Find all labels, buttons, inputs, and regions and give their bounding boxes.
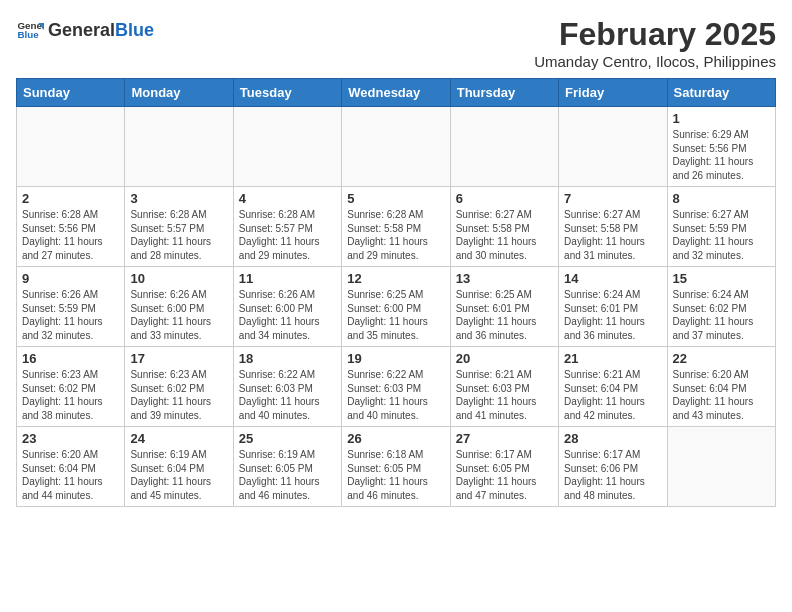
calendar-day: 1Sunrise: 6:29 AM Sunset: 5:56 PM Daylig… xyxy=(667,107,775,187)
day-info: Sunrise: 6:22 AM Sunset: 6:03 PM Dayligh… xyxy=(239,368,336,422)
day-number: 5 xyxy=(347,191,444,206)
page-header: General Blue GeneralBlue February 2025 U… xyxy=(16,16,776,70)
day-info: Sunrise: 6:17 AM Sunset: 6:06 PM Dayligh… xyxy=(564,448,661,502)
day-info: Sunrise: 6:18 AM Sunset: 6:05 PM Dayligh… xyxy=(347,448,444,502)
day-number: 8 xyxy=(673,191,770,206)
calendar-week-3: 9Sunrise: 6:26 AM Sunset: 5:59 PM Daylig… xyxy=(17,267,776,347)
day-number: 16 xyxy=(22,351,119,366)
day-info: Sunrise: 6:21 AM Sunset: 6:03 PM Dayligh… xyxy=(456,368,553,422)
calendar-day: 18Sunrise: 6:22 AM Sunset: 6:03 PM Dayli… xyxy=(233,347,341,427)
calendar-week-5: 23Sunrise: 6:20 AM Sunset: 6:04 PM Dayli… xyxy=(17,427,776,507)
day-number: 20 xyxy=(456,351,553,366)
svg-text:Blue: Blue xyxy=(17,29,39,40)
weekday-header-monday: Monday xyxy=(125,79,233,107)
day-number: 18 xyxy=(239,351,336,366)
day-number: 15 xyxy=(673,271,770,286)
calendar-day: 28Sunrise: 6:17 AM Sunset: 6:06 PM Dayli… xyxy=(559,427,667,507)
calendar-header-row: SundayMondayTuesdayWednesdayThursdayFrid… xyxy=(17,79,776,107)
calendar-day: 8Sunrise: 6:27 AM Sunset: 5:59 PM Daylig… xyxy=(667,187,775,267)
day-info: Sunrise: 6:27 AM Sunset: 5:59 PM Dayligh… xyxy=(673,208,770,262)
day-number: 1 xyxy=(673,111,770,126)
weekday-header-friday: Friday xyxy=(559,79,667,107)
day-number: 24 xyxy=(130,431,227,446)
day-number: 13 xyxy=(456,271,553,286)
day-info: Sunrise: 6:29 AM Sunset: 5:56 PM Dayligh… xyxy=(673,128,770,182)
day-number: 21 xyxy=(564,351,661,366)
day-info: Sunrise: 6:20 AM Sunset: 6:04 PM Dayligh… xyxy=(22,448,119,502)
calendar-day: 2Sunrise: 6:28 AM Sunset: 5:56 PM Daylig… xyxy=(17,187,125,267)
day-number: 22 xyxy=(673,351,770,366)
logo-icon: General Blue xyxy=(16,16,44,44)
calendar-day: 5Sunrise: 6:28 AM Sunset: 5:58 PM Daylig… xyxy=(342,187,450,267)
weekday-header-tuesday: Tuesday xyxy=(233,79,341,107)
calendar-day: 24Sunrise: 6:19 AM Sunset: 6:04 PM Dayli… xyxy=(125,427,233,507)
day-info: Sunrise: 6:28 AM Sunset: 5:56 PM Dayligh… xyxy=(22,208,119,262)
calendar-day: 20Sunrise: 6:21 AM Sunset: 6:03 PM Dayli… xyxy=(450,347,558,427)
day-number: 25 xyxy=(239,431,336,446)
day-number: 12 xyxy=(347,271,444,286)
calendar-week-1: 1Sunrise: 6:29 AM Sunset: 5:56 PM Daylig… xyxy=(17,107,776,187)
day-info: Sunrise: 6:28 AM Sunset: 5:57 PM Dayligh… xyxy=(130,208,227,262)
calendar-day xyxy=(559,107,667,187)
day-info: Sunrise: 6:25 AM Sunset: 6:00 PM Dayligh… xyxy=(347,288,444,342)
calendar-day: 10Sunrise: 6:26 AM Sunset: 6:00 PM Dayli… xyxy=(125,267,233,347)
day-number: 26 xyxy=(347,431,444,446)
weekday-header-saturday: Saturday xyxy=(667,79,775,107)
day-info: Sunrise: 6:28 AM Sunset: 5:58 PM Dayligh… xyxy=(347,208,444,262)
day-number: 9 xyxy=(22,271,119,286)
calendar-day xyxy=(342,107,450,187)
calendar-day: 27Sunrise: 6:17 AM Sunset: 6:05 PM Dayli… xyxy=(450,427,558,507)
day-number: 4 xyxy=(239,191,336,206)
calendar-table: SundayMondayTuesdayWednesdayThursdayFrid… xyxy=(16,78,776,507)
calendar-day: 3Sunrise: 6:28 AM Sunset: 5:57 PM Daylig… xyxy=(125,187,233,267)
day-number: 17 xyxy=(130,351,227,366)
day-info: Sunrise: 6:28 AM Sunset: 5:57 PM Dayligh… xyxy=(239,208,336,262)
day-info: Sunrise: 6:26 AM Sunset: 6:00 PM Dayligh… xyxy=(239,288,336,342)
day-number: 3 xyxy=(130,191,227,206)
calendar-day xyxy=(450,107,558,187)
day-info: Sunrise: 6:21 AM Sunset: 6:04 PM Dayligh… xyxy=(564,368,661,422)
calendar-day: 22Sunrise: 6:20 AM Sunset: 6:04 PM Dayli… xyxy=(667,347,775,427)
calendar-week-2: 2Sunrise: 6:28 AM Sunset: 5:56 PM Daylig… xyxy=(17,187,776,267)
calendar-day xyxy=(667,427,775,507)
calendar-day: 7Sunrise: 6:27 AM Sunset: 5:58 PM Daylig… xyxy=(559,187,667,267)
calendar-day xyxy=(233,107,341,187)
calendar-body: 1Sunrise: 6:29 AM Sunset: 5:56 PM Daylig… xyxy=(17,107,776,507)
day-number: 28 xyxy=(564,431,661,446)
calendar-day: 9Sunrise: 6:26 AM Sunset: 5:59 PM Daylig… xyxy=(17,267,125,347)
calendar-day: 19Sunrise: 6:22 AM Sunset: 6:03 PM Dayli… xyxy=(342,347,450,427)
calendar-week-4: 16Sunrise: 6:23 AM Sunset: 6:02 PM Dayli… xyxy=(17,347,776,427)
weekday-header-wednesday: Wednesday xyxy=(342,79,450,107)
logo-blue: Blue xyxy=(115,20,154,41)
day-info: Sunrise: 6:17 AM Sunset: 6:05 PM Dayligh… xyxy=(456,448,553,502)
day-info: Sunrise: 6:27 AM Sunset: 5:58 PM Dayligh… xyxy=(564,208,661,262)
day-number: 11 xyxy=(239,271,336,286)
calendar-day: 15Sunrise: 6:24 AM Sunset: 6:02 PM Dayli… xyxy=(667,267,775,347)
location-title: Umanday Centro, Ilocos, Philippines xyxy=(534,53,776,70)
day-info: Sunrise: 6:24 AM Sunset: 6:01 PM Dayligh… xyxy=(564,288,661,342)
calendar-day: 13Sunrise: 6:25 AM Sunset: 6:01 PM Dayli… xyxy=(450,267,558,347)
calendar-day: 25Sunrise: 6:19 AM Sunset: 6:05 PM Dayli… xyxy=(233,427,341,507)
calendar-day: 11Sunrise: 6:26 AM Sunset: 6:00 PM Dayli… xyxy=(233,267,341,347)
day-number: 14 xyxy=(564,271,661,286)
calendar-day: 23Sunrise: 6:20 AM Sunset: 6:04 PM Dayli… xyxy=(17,427,125,507)
day-number: 2 xyxy=(22,191,119,206)
day-number: 27 xyxy=(456,431,553,446)
weekday-header-sunday: Sunday xyxy=(17,79,125,107)
calendar-day: 21Sunrise: 6:21 AM Sunset: 6:04 PM Dayli… xyxy=(559,347,667,427)
calendar-day: 6Sunrise: 6:27 AM Sunset: 5:58 PM Daylig… xyxy=(450,187,558,267)
calendar-day xyxy=(17,107,125,187)
day-number: 23 xyxy=(22,431,119,446)
day-number: 10 xyxy=(130,271,227,286)
day-info: Sunrise: 6:23 AM Sunset: 6:02 PM Dayligh… xyxy=(22,368,119,422)
calendar-day: 17Sunrise: 6:23 AM Sunset: 6:02 PM Dayli… xyxy=(125,347,233,427)
day-number: 19 xyxy=(347,351,444,366)
weekday-header-thursday: Thursday xyxy=(450,79,558,107)
calendar-day: 12Sunrise: 6:25 AM Sunset: 6:00 PM Dayli… xyxy=(342,267,450,347)
month-title: February 2025 xyxy=(534,16,776,53)
calendar-day xyxy=(125,107,233,187)
day-info: Sunrise: 6:22 AM Sunset: 6:03 PM Dayligh… xyxy=(347,368,444,422)
calendar-day: 14Sunrise: 6:24 AM Sunset: 6:01 PM Dayli… xyxy=(559,267,667,347)
day-info: Sunrise: 6:25 AM Sunset: 6:01 PM Dayligh… xyxy=(456,288,553,342)
title-block: February 2025 Umanday Centro, Ilocos, Ph… xyxy=(534,16,776,70)
